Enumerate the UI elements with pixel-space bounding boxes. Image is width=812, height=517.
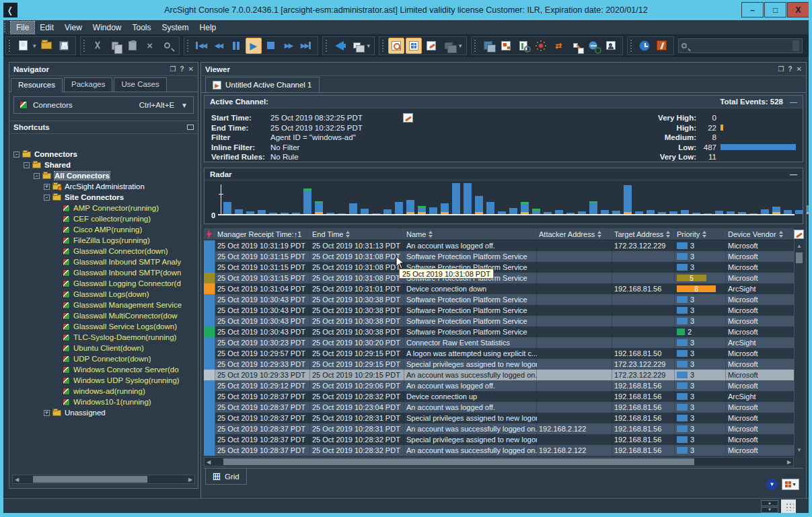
tree-item[interactable]: Glasswall Logging Connector(d bbox=[11, 278, 196, 289]
column-header-manager-receipt-time[interactable]: Manager Receipt Time : ↑ 1 bbox=[215, 228, 310, 240]
radar-bar[interactable] bbox=[772, 207, 780, 214]
column-header-priority[interactable]: Priority bbox=[675, 228, 726, 240]
help-icon[interactable]: ? bbox=[788, 65, 792, 73]
status-down-icon[interactable]: ▼ bbox=[761, 507, 778, 513]
scroll-right-icon[interactable]: ▶ bbox=[785, 459, 793, 465]
radar-bar[interactable] bbox=[441, 203, 449, 214]
toolbar-search[interactable] bbox=[678, 38, 803, 53]
kb-button[interactable] bbox=[654, 38, 670, 54]
open-button[interactable] bbox=[38, 38, 54, 54]
tree-item[interactable]: CEF collector(running) bbox=[11, 213, 196, 224]
chevron-down-icon[interactable]: ▼ bbox=[181, 102, 188, 109]
table-row[interactable]: 25 Oct 2019 10:30:43 PDT25 Oct 2019 10:3… bbox=[204, 316, 794, 326]
radar-bar[interactable] bbox=[521, 202, 529, 214]
scroll-thumb[interactable] bbox=[796, 252, 803, 263]
resource-selector[interactable]: Connectors Ctrl+Alt+E ▼ bbox=[13, 96, 194, 114]
menu-system[interactable]: System bbox=[157, 22, 194, 34]
table-row[interactable]: 25 Oct 2019 10:31:15 PDT25 Oct 2019 10:3… bbox=[204, 273, 794, 283]
scroll-thumb[interactable] bbox=[223, 458, 694, 465]
menu-help[interactable]: Help bbox=[194, 22, 222, 34]
close-panel-icon[interactable]: ✕ bbox=[188, 65, 194, 73]
step-back-button[interactable]: ◀◀ bbox=[211, 38, 227, 54]
usercard-button[interactable] bbox=[603, 38, 619, 54]
radar-bar[interactable] bbox=[464, 183, 472, 214]
column-header-device-vendor[interactable]: Device Vendor bbox=[726, 228, 794, 240]
burst-button[interactable] bbox=[533, 38, 549, 54]
table-row[interactable]: 25 Oct 2019 10:29:12 PDT25 Oct 2019 10:2… bbox=[204, 380, 794, 391]
table-row[interactable]: 25 Oct 2019 10:30:43 PDT25 Oct 2019 10:3… bbox=[204, 326, 794, 337]
tab-grid[interactable]: Grid bbox=[205, 469, 247, 485]
table-row[interactable]: 25 Oct 2019 10:31:15 PDT25 Oct 2019 10:3… bbox=[204, 251, 794, 262]
tree-item[interactable]: Glasswall Inbound SMTP Analy bbox=[11, 256, 196, 267]
table-row[interactable]: 25 Oct 2019 10:30:43 PDT25 Oct 2019 10:3… bbox=[204, 294, 794, 305]
table-row[interactable]: 25 Oct 2019 10:29:33 PDT25 Oct 2019 10:2… bbox=[204, 370, 794, 380]
tree-item[interactable]: Windows Connector Server(do bbox=[11, 364, 196, 375]
table-row[interactable]: 25 Oct 2019 10:31:19 PDT25 Oct 2019 10:3… bbox=[204, 240, 794, 251]
close-panel-icon[interactable]: ✕ bbox=[797, 65, 802, 73]
table-row[interactable]: 25 Oct 2019 10:29:33 PDT25 Oct 2019 10:2… bbox=[204, 359, 794, 370]
scroll-down-icon[interactable]: ▼ bbox=[797, 447, 802, 453]
tree-expander-icon[interactable]: - bbox=[34, 173, 40, 179]
table-row[interactable]: 25 Oct 2019 10:28:37 PDT25 Oct 2019 10:2… bbox=[204, 434, 794, 445]
globe-button[interactable] bbox=[585, 38, 601, 54]
tree-item[interactable]: -Connectors bbox=[11, 149, 196, 160]
tree-expander-icon[interactable]: - bbox=[24, 162, 30, 168]
grid-options-button[interactable]: ▾ bbox=[782, 479, 799, 490]
tab-resources[interactable]: Resources bbox=[11, 78, 63, 92]
table-row[interactable]: 25 Oct 2019 10:28:37 PDT25 Oct 2019 10:2… bbox=[204, 423, 794, 434]
tree-item[interactable]: windows-ad(running) bbox=[11, 386, 196, 397]
table-row[interactable]: 25 Oct 2019 10:30:23 PDT25 Oct 2019 10:3… bbox=[204, 337, 794, 348]
pause-button[interactable] bbox=[228, 38, 244, 54]
radar-bar[interactable] bbox=[509, 208, 517, 214]
megaphone-button[interactable] bbox=[332, 38, 348, 54]
tab-untitled-active-channel-1[interactable]: ▶ Untitled Active Channel 1 bbox=[205, 77, 320, 92]
scroll-up-icon[interactable]: ▲ bbox=[797, 243, 802, 249]
radar-bar[interactable] bbox=[532, 209, 540, 214]
radar-bar[interactable] bbox=[315, 201, 323, 214]
column-header-name[interactable]: Name bbox=[404, 228, 537, 240]
menu-view[interactable]: View bbox=[59, 22, 87, 34]
paste-button[interactable] bbox=[124, 38, 141, 54]
minimize-button[interactable]: – bbox=[741, 2, 764, 18]
table-row[interactable]: 25 Oct 2019 10:28:37 PDT25 Oct 2019 10:2… bbox=[204, 413, 794, 423]
status-up-icon[interactable]: ▲ bbox=[761, 500, 778, 506]
radar-bar[interactable] bbox=[349, 203, 357, 214]
radar-bar[interactable] bbox=[452, 183, 460, 214]
table-row[interactable]: 25 Oct 2019 10:28:37 PDT25 Oct 2019 10:2… bbox=[204, 391, 794, 402]
tree-item[interactable]: -All Connectors bbox=[11, 170, 196, 181]
radar-bar[interactable] bbox=[795, 210, 803, 214]
table-row[interactable]: 25 Oct 2019 10:30:43 PDT25 Oct 2019 10:3… bbox=[204, 305, 794, 316]
column-header-flash[interactable] bbox=[204, 228, 215, 240]
radar-bar[interactable] bbox=[395, 202, 403, 214]
find-button[interactable] bbox=[159, 38, 176, 54]
table-row[interactable]: 25 Oct 2019 10:31:15 PDT25 Oct 2019 10:3… bbox=[204, 262, 794, 273]
search-input[interactable] bbox=[690, 41, 792, 50]
close-button[interactable]: X bbox=[787, 2, 809, 18]
filter-icon[interactable]: ▼ bbox=[766, 479, 778, 490]
table-hscrollbar[interactable]: ◀ ▶ bbox=[204, 457, 794, 467]
cut-button[interactable] bbox=[89, 38, 106, 54]
tree-item[interactable]: AMP Connector(running) bbox=[11, 203, 196, 213]
column-header-end-time[interactable]: End Time bbox=[310, 228, 404, 240]
chevron-down-icon[interactable]: ▾ bbox=[33, 42, 36, 49]
edit-time-icon[interactable] bbox=[403, 113, 413, 123]
menu-tools[interactable]: Tools bbox=[127, 22, 157, 34]
collapse-panel-icon[interactable] bbox=[187, 125, 194, 130]
tree-item[interactable]: -Site Connectors bbox=[11, 192, 196, 203]
table-vscrollbar[interactable]: ▲ ▼ bbox=[794, 228, 803, 456]
tree-expander-icon[interactable]: - bbox=[44, 195, 50, 201]
repsearch-button[interactable] bbox=[515, 38, 531, 54]
tree-item[interactable]: FileZilla Logs(running) bbox=[11, 235, 196, 246]
edit-columns-icon[interactable] bbox=[794, 230, 804, 239]
column-header-target-address[interactable]: Target Address bbox=[612, 228, 675, 240]
navigator-hscrollbar[interactable]: ◀ ▶ bbox=[12, 475, 195, 484]
help-icon[interactable]: ? bbox=[180, 65, 184, 73]
column-header-attacker-address[interactable]: Attacker Address bbox=[537, 228, 612, 240]
radar-bar[interactable] bbox=[761, 209, 769, 214]
tab-packages[interactable]: Packages bbox=[64, 77, 113, 92]
radar-bar[interactable] bbox=[429, 207, 437, 214]
tree-item[interactable]: Windows10-1(running) bbox=[11, 397, 196, 407]
radar-bar[interactable] bbox=[383, 209, 392, 214]
new-document-button[interactable] bbox=[15, 38, 31, 54]
tree-item[interactable]: +ArcSight Administration bbox=[11, 181, 196, 192]
